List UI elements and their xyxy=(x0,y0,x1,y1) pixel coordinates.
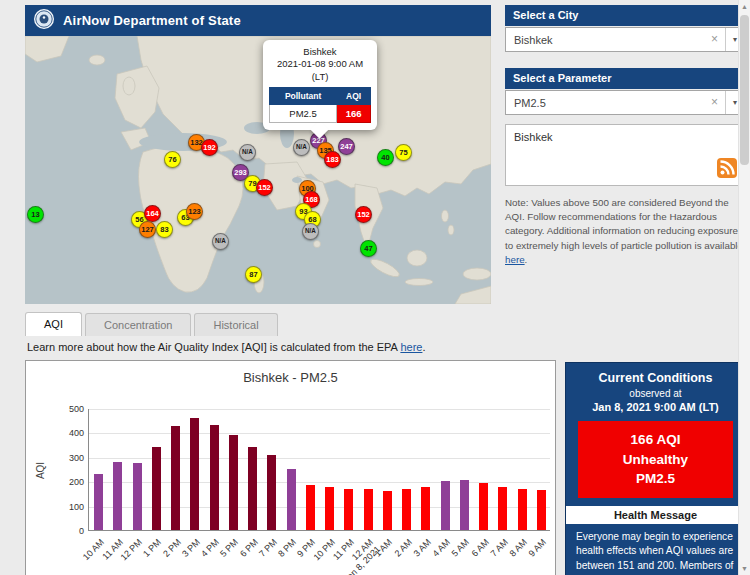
note-here-link[interactable]: here xyxy=(505,254,525,265)
chart-bar[interactable] xyxy=(518,489,527,530)
header-bar: AirNow Department of State xyxy=(25,5,491,36)
map-marker[interactable]: 76 xyxy=(164,151,181,168)
y-axis-tick: 100 xyxy=(69,502,84,512)
health-message-text: Everyone may begin to experience health … xyxy=(566,524,745,575)
chart-bar[interactable] xyxy=(479,483,488,530)
chart-bar[interactable] xyxy=(133,463,142,530)
chart-bar[interactable] xyxy=(364,489,373,530)
chart-bar[interactable] xyxy=(498,487,507,530)
rss-icon[interactable] xyxy=(717,158,737,178)
select-city-header: Select a City xyxy=(505,5,745,26)
popup-col-aqi: AQI xyxy=(337,88,371,105)
popup-pollutant-value: PM2.5 xyxy=(270,105,337,123)
y-axis-tick: 500 xyxy=(69,404,84,414)
map-marker[interactable]: N/A xyxy=(302,223,319,240)
tab-aqi[interactable]: AQI xyxy=(25,312,82,336)
learn-more-prefix: Learn more about how the Air Quality Ind… xyxy=(27,341,400,353)
vertical-scrollbar[interactable]: ▲ ▼ xyxy=(738,0,750,575)
city-select-value: Bishkek xyxy=(514,34,553,46)
chart-bar[interactable] xyxy=(460,480,469,531)
city-select[interactable]: Bishkek × ▾ xyxy=(505,27,745,52)
aqi-popup[interactable]: Bishkek 2021-01-08 9:00 AM (LT) Pollutan… xyxy=(263,40,377,130)
chart-plot-area: 010020030040050010 AM11 AM12 PM1 PM2 PM3… xyxy=(88,409,550,531)
map-marker[interactable]: 192 xyxy=(201,139,218,156)
view-tabs: AQIConcentrationHistorical xyxy=(25,312,278,336)
parameter-select[interactable]: PM2.5 × ▾ xyxy=(505,90,745,115)
scroll-down-icon[interactable]: ▼ xyxy=(739,562,750,575)
map-marker[interactable]: 123 xyxy=(186,203,203,220)
y-axis-tick: 400 xyxy=(69,428,84,438)
chart-bar[interactable] xyxy=(94,474,103,530)
learn-more-text: Learn more about how the Air Quality Ind… xyxy=(27,341,425,353)
map-marker[interactable]: 152 xyxy=(355,206,372,223)
popup-local-time: (LT) xyxy=(269,71,371,83)
scrollbar-thumb[interactable] xyxy=(740,15,749,165)
map-marker[interactable]: 40 xyxy=(377,149,394,166)
gridline xyxy=(89,409,550,410)
chart-bar[interactable] xyxy=(306,485,315,530)
tab-historical[interactable]: Historical xyxy=(194,313,277,336)
city-feed-box: Bishkek xyxy=(505,124,745,186)
popup-pollutant-table: Pollutant AQI PM2.5 166 xyxy=(269,87,371,123)
chart-bar[interactable] xyxy=(210,425,219,530)
popup-col-pollutant: Pollutant xyxy=(270,88,337,105)
beyond-aqi-note: Note: Values above 500 are considered Be… xyxy=(505,196,745,267)
tab-concentration[interactable]: Concentration xyxy=(85,313,192,336)
learn-more-suffix: . xyxy=(422,341,425,353)
chart-bar[interactable] xyxy=(383,491,392,530)
aqi-value: 166 AQI xyxy=(582,430,729,450)
city-clear-icon[interactable]: × xyxy=(704,28,726,51)
feed-city-label: Bishkek xyxy=(514,131,553,143)
scroll-up-icon[interactable]: ▲ xyxy=(739,0,750,13)
y-axis-tick: 0 xyxy=(79,526,84,536)
chart-bar[interactable] xyxy=(325,487,334,530)
map-marker[interactable]: 152 xyxy=(256,179,273,196)
chart-bar[interactable] xyxy=(441,481,450,530)
parameter-clear-icon[interactable]: × xyxy=(704,91,726,114)
chart-bar[interactable] xyxy=(267,455,276,530)
world-aqi-map[interactable]: 1376132192N/A29379152561641278363123N/AN… xyxy=(25,36,491,304)
popup-datetime: 2021-01-08 9:00 AM xyxy=(269,58,371,70)
select-parameter-header: Select a Parameter xyxy=(505,68,745,89)
chart-title: Bishkek - PM2.5 xyxy=(26,370,555,385)
gridline xyxy=(89,433,550,434)
chart-bar[interactable] xyxy=(171,426,180,530)
popup-city: Bishkek xyxy=(269,46,371,58)
y-axis-tick: 200 xyxy=(69,477,84,487)
map-marker[interactable]: N/A xyxy=(293,139,310,156)
map-marker[interactable]: 75 xyxy=(395,144,412,161)
chart-bar[interactable] xyxy=(537,490,546,531)
chart-bar[interactable] xyxy=(421,487,430,530)
chart-bar[interactable] xyxy=(344,489,353,530)
epa-link[interactable]: here xyxy=(400,341,422,353)
chart-bar[interactable] xyxy=(113,462,122,530)
aqi-status-box: 166 AQI Unhealthy PM2.5 xyxy=(578,421,733,498)
chart-bar[interactable] xyxy=(248,447,257,530)
map-marker[interactable]: 183 xyxy=(324,151,341,168)
y-axis-tick: 300 xyxy=(69,453,84,463)
current-conditions-panel: Current Conditions observed at Jan 8, 20… xyxy=(565,362,746,575)
chart-bar[interactable] xyxy=(152,447,161,530)
map-marker[interactable]: 13 xyxy=(27,206,44,223)
map-marker[interactable]: 127 xyxy=(139,221,156,238)
conditions-observed-label: observed at xyxy=(566,388,745,399)
map-marker[interactable]: 47 xyxy=(360,240,377,257)
chart-bar[interactable] xyxy=(229,435,238,530)
aqi-pollutant: PM2.5 xyxy=(582,469,729,489)
aqi-category: Unhealthy xyxy=(582,450,729,470)
note-suffix: . xyxy=(525,254,528,265)
note-text: Note: Values above 500 are considered Be… xyxy=(505,197,743,251)
state-seal-icon xyxy=(33,8,55,34)
map-marker[interactable]: 247 xyxy=(338,138,355,155)
chart-bar[interactable] xyxy=(402,489,411,530)
map-marker[interactable]: N/A xyxy=(212,233,229,250)
map-marker[interactable]: 83 xyxy=(156,221,173,238)
basemap xyxy=(25,36,491,304)
map-marker[interactable]: 164 xyxy=(144,205,161,222)
conditions-title: Current Conditions xyxy=(566,371,745,385)
chart-bar[interactable] xyxy=(287,469,296,530)
chart-bar[interactable] xyxy=(190,418,199,530)
map-marker[interactable]: 87 xyxy=(245,266,262,283)
health-message-title: Health Message xyxy=(566,506,745,524)
map-marker[interactable]: N/A xyxy=(239,144,256,161)
